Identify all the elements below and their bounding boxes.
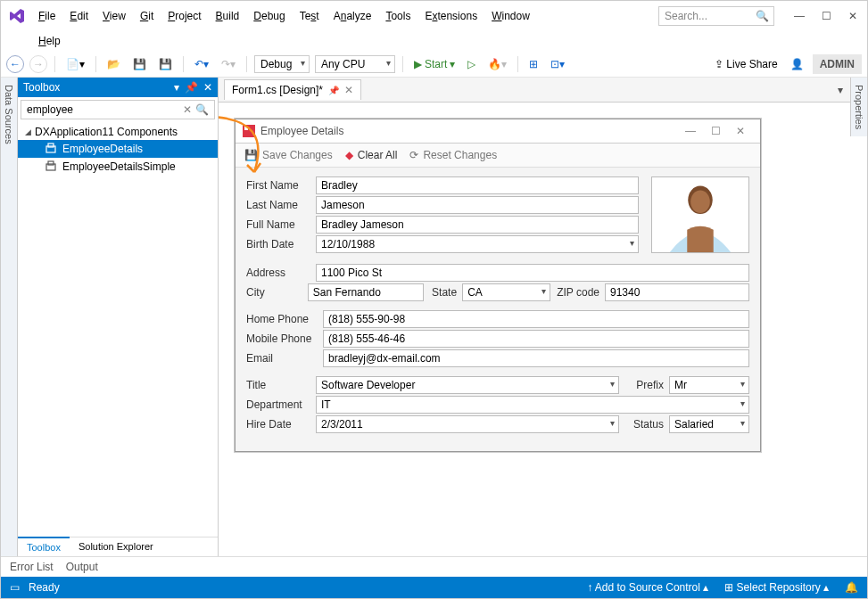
label-status: Status xyxy=(624,418,664,431)
open-button[interactable]: 📂 xyxy=(103,56,124,72)
reset-changes-button[interactable]: ⟳ Reset Changes xyxy=(409,149,497,161)
clear-all-label: Clear All xyxy=(358,149,398,161)
tool-b-button[interactable]: ⊡▾ xyxy=(547,56,568,72)
first-name-field[interactable] xyxy=(316,176,639,194)
tabs-dropdown-icon[interactable]: ▾ xyxy=(838,84,843,96)
menu-project[interactable]: Project xyxy=(161,6,208,26)
menu-window[interactable]: Window xyxy=(484,6,537,26)
toolbox-titlebar: Toolbox ▾ 📌 ✕ xyxy=(18,78,218,97)
menu-test[interactable]: Test xyxy=(293,6,327,26)
account-icon[interactable]: 👤 xyxy=(790,58,804,70)
label-last-name: Last Name xyxy=(246,199,310,211)
toolbox-title: Toolbox xyxy=(23,81,174,94)
redo-button[interactable]: ↷▾ xyxy=(218,56,239,72)
label-birth-date: Birth Date xyxy=(246,238,310,250)
tab-toolbox[interactable]: Toolbox xyxy=(18,537,70,556)
form-title: Employee Details xyxy=(260,125,678,137)
minimize-icon[interactable]: — xyxy=(792,9,806,23)
form-minimize-icon[interactable]: — xyxy=(678,125,703,137)
toolbox-group[interactable]: ◢ DXApplication11 Components xyxy=(18,124,218,140)
zip-field[interactable] xyxy=(605,283,749,301)
doc-tab-form1[interactable]: Form1.cs [Design]* 📌 ✕ xyxy=(224,79,361,100)
hot-reload-button[interactable]: 🔥▾ xyxy=(484,56,510,72)
select-repository-button[interactable]: ⊞ Select Repository ▴ xyxy=(724,581,829,594)
notifications-icon[interactable]: 🔔 xyxy=(845,581,858,594)
save-changes-label: Save Changes xyxy=(262,149,333,161)
add-source-control-button[interactable]: ↑ Add to Source Control ▴ xyxy=(587,581,708,594)
live-share-button[interactable]: ⇪ Live Share xyxy=(711,56,781,72)
save-changes-button[interactable]: 💾 Save Changes xyxy=(244,149,333,161)
email-field[interactable] xyxy=(323,349,749,367)
prefix-field[interactable]: Mr xyxy=(669,376,749,394)
hire-date-field[interactable]: 2/3/2011 xyxy=(316,415,619,433)
menu-git[interactable]: Git xyxy=(133,6,161,26)
search-icon: 🔍 xyxy=(756,10,769,22)
menu-extensions[interactable]: Extensions xyxy=(417,6,484,26)
home-phone-field[interactable] xyxy=(323,310,749,328)
menu-edit[interactable]: Edit xyxy=(62,6,95,26)
toolbox-item-employeedetailssimple[interactable]: EmployeeDetailsSimple xyxy=(18,158,218,176)
label-email: Email xyxy=(246,352,318,365)
platform-dropdown[interactable]: Any CPU xyxy=(315,55,395,73)
pin-icon[interactable]: 📌 xyxy=(328,86,339,95)
toolbox-item-employeedetails[interactable]: EmployeeDetails xyxy=(18,140,218,158)
group-label: DXApplication11 Components xyxy=(35,126,178,138)
menu-debug[interactable]: Debug xyxy=(246,6,292,26)
live-share-label: Live Share xyxy=(726,58,777,70)
toolbox-dropdown-icon[interactable]: ▾ xyxy=(174,81,179,94)
form-close-icon[interactable]: ✕ xyxy=(728,125,753,137)
tab-solution-explorer[interactable]: Solution Explorer xyxy=(70,537,162,556)
label-home-phone: Home Phone xyxy=(246,313,318,325)
title-field[interactable]: Software Developer xyxy=(316,376,619,394)
birth-date-field[interactable]: 12/10/1988 xyxy=(316,235,639,253)
status-ready: Ready xyxy=(29,581,60,594)
form-maximize-icon[interactable]: ☐ xyxy=(703,125,728,137)
config-dropdown[interactable]: Debug xyxy=(254,55,310,73)
toolbox-close-icon[interactable]: ✕ xyxy=(203,81,212,94)
toolbox-search[interactable]: ✕ 🔍 xyxy=(21,100,215,119)
menu-build[interactable]: Build xyxy=(209,6,247,26)
toolbox-pin-icon[interactable]: 📌 xyxy=(185,81,198,94)
tool-a-button[interactable]: ⊞ xyxy=(525,56,541,72)
save-all-button[interactable]: 💾 xyxy=(155,56,176,72)
search-box[interactable]: Search... 🔍 xyxy=(658,6,774,26)
label-city: City xyxy=(246,286,302,299)
tab-error-list[interactable]: Error List xyxy=(10,561,54,573)
clear-search-icon[interactable]: ✕ xyxy=(183,103,192,116)
label-mobile-phone: Mobile Phone xyxy=(246,332,318,345)
undo-button[interactable]: ↶▾ xyxy=(191,56,212,72)
employee-photo xyxy=(651,176,749,253)
save-button[interactable]: 💾 xyxy=(129,56,150,72)
tab-close-icon[interactable]: ✕ xyxy=(344,84,353,96)
start-debug-button[interactable]: ▶ Start ▾ xyxy=(410,56,459,72)
full-name-field[interactable] xyxy=(316,216,639,234)
menu-help[interactable]: Help xyxy=(31,31,68,51)
menu-analyze[interactable]: Analyze xyxy=(327,6,379,26)
employee-details-form: Employee Details — ☐ ✕ 💾 Save Changes ◆ … xyxy=(235,119,761,452)
nav-back-button[interactable]: ← xyxy=(6,55,24,73)
data-sources-tab[interactable]: Data Sources xyxy=(1,78,18,556)
component-icon xyxy=(45,143,57,155)
properties-tab[interactable]: Properties xyxy=(850,78,867,136)
new-item-button[interactable]: 📄▾ xyxy=(62,56,88,72)
status-field[interactable]: Salaried xyxy=(669,415,749,433)
label-full-name: Full Name xyxy=(246,218,310,231)
label-hire-date: Hire Date xyxy=(246,418,310,431)
nav-fwd-button[interactable]: → xyxy=(29,55,47,73)
mobile-phone-field[interactable] xyxy=(323,330,749,348)
menu-tools[interactable]: Tools xyxy=(378,6,417,26)
department-field[interactable]: IT xyxy=(316,396,749,414)
menu-file[interactable]: File xyxy=(31,6,62,26)
start-nodebug-button[interactable]: ▷ xyxy=(464,56,479,72)
clear-all-button[interactable]: ◆ Clear All xyxy=(345,149,398,161)
toolbox-search-input[interactable] xyxy=(27,103,183,116)
address-field[interactable] xyxy=(316,264,749,282)
maximize-icon[interactable]: ☐ xyxy=(819,9,833,23)
form-icon xyxy=(243,125,255,137)
tab-output[interactable]: Output xyxy=(66,561,98,573)
menu-view[interactable]: View xyxy=(95,6,133,26)
last-name-field[interactable] xyxy=(316,196,639,214)
close-icon[interactable]: ✕ xyxy=(846,9,860,23)
city-field[interactable] xyxy=(308,283,424,301)
state-field[interactable]: CA xyxy=(462,283,550,301)
